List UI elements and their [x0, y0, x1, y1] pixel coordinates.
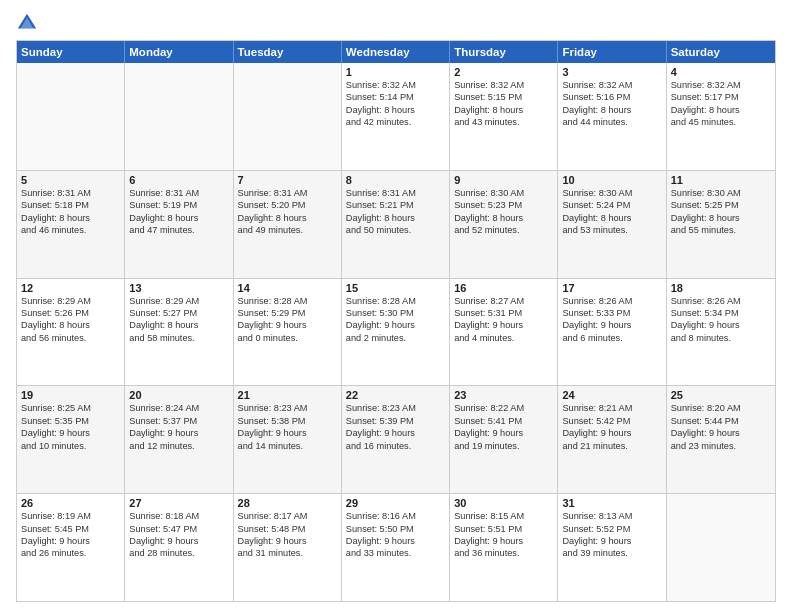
cal-cell-8: 8Sunrise: 8:31 AMSunset: 5:21 PMDaylight… — [342, 171, 450, 278]
cal-week-3: 12Sunrise: 8:29 AMSunset: 5:26 PMDayligh… — [17, 279, 775, 387]
day-number: 5 — [21, 174, 120, 186]
cal-cell-20: 20Sunrise: 8:24 AMSunset: 5:37 PMDayligh… — [125, 386, 233, 493]
cell-info: Sunrise: 8:18 AMSunset: 5:47 PMDaylight:… — [129, 510, 228, 560]
cell-info: Sunrise: 8:31 AMSunset: 5:19 PMDaylight:… — [129, 187, 228, 237]
day-number: 23 — [454, 389, 553, 401]
cell-info: Sunrise: 8:28 AMSunset: 5:30 PMDaylight:… — [346, 295, 445, 345]
day-number: 4 — [671, 66, 771, 78]
cal-cell-25: 25Sunrise: 8:20 AMSunset: 5:44 PMDayligh… — [667, 386, 775, 493]
day-number: 15 — [346, 282, 445, 294]
day-number: 31 — [562, 497, 661, 509]
cal-cell-30: 30Sunrise: 8:15 AMSunset: 5:51 PMDayligh… — [450, 494, 558, 601]
cell-info: Sunrise: 8:21 AMSunset: 5:42 PMDaylight:… — [562, 402, 661, 452]
calendar-header: SundayMondayTuesdayWednesdayThursdayFrid… — [17, 41, 775, 63]
cell-info: Sunrise: 8:29 AMSunset: 5:26 PMDaylight:… — [21, 295, 120, 345]
cell-info: Sunrise: 8:31 AMSunset: 5:21 PMDaylight:… — [346, 187, 445, 237]
cell-info: Sunrise: 8:31 AMSunset: 5:20 PMDaylight:… — [238, 187, 337, 237]
day-number: 26 — [21, 497, 120, 509]
day-number: 2 — [454, 66, 553, 78]
cell-info: Sunrise: 8:24 AMSunset: 5:37 PMDaylight:… — [129, 402, 228, 452]
cal-cell-31: 31Sunrise: 8:13 AMSunset: 5:52 PMDayligh… — [558, 494, 666, 601]
day-number: 20 — [129, 389, 228, 401]
cal-cell-10: 10Sunrise: 8:30 AMSunset: 5:24 PMDayligh… — [558, 171, 666, 278]
cal-cell-26: 26Sunrise: 8:19 AMSunset: 5:45 PMDayligh… — [17, 494, 125, 601]
cell-info: Sunrise: 8:32 AMSunset: 5:17 PMDaylight:… — [671, 79, 771, 129]
cal-cell-15: 15Sunrise: 8:28 AMSunset: 5:30 PMDayligh… — [342, 279, 450, 386]
cell-info: Sunrise: 8:32 AMSunset: 5:14 PMDaylight:… — [346, 79, 445, 129]
day-number: 27 — [129, 497, 228, 509]
day-number: 17 — [562, 282, 661, 294]
calendar-body: 1Sunrise: 8:32 AMSunset: 5:14 PMDaylight… — [17, 63, 775, 601]
cal-cell-27: 27Sunrise: 8:18 AMSunset: 5:47 PMDayligh… — [125, 494, 233, 601]
day-number: 1 — [346, 66, 445, 78]
cell-info: Sunrise: 8:17 AMSunset: 5:48 PMDaylight:… — [238, 510, 337, 560]
cal-cell-17: 17Sunrise: 8:26 AMSunset: 5:33 PMDayligh… — [558, 279, 666, 386]
cell-info: Sunrise: 8:31 AMSunset: 5:18 PMDaylight:… — [21, 187, 120, 237]
cal-header-saturday: Saturday — [667, 41, 775, 63]
cal-cell-11: 11Sunrise: 8:30 AMSunset: 5:25 PMDayligh… — [667, 171, 775, 278]
cal-header-monday: Monday — [125, 41, 233, 63]
day-number: 3 — [562, 66, 661, 78]
cal-cell-12: 12Sunrise: 8:29 AMSunset: 5:26 PMDayligh… — [17, 279, 125, 386]
cal-cell-6: 6Sunrise: 8:31 AMSunset: 5:19 PMDaylight… — [125, 171, 233, 278]
cal-week-5: 26Sunrise: 8:19 AMSunset: 5:45 PMDayligh… — [17, 494, 775, 601]
cal-cell-empty-0-0 — [17, 63, 125, 170]
day-number: 14 — [238, 282, 337, 294]
day-number: 13 — [129, 282, 228, 294]
cell-info: Sunrise: 8:27 AMSunset: 5:31 PMDaylight:… — [454, 295, 553, 345]
day-number: 21 — [238, 389, 337, 401]
cell-info: Sunrise: 8:23 AMSunset: 5:38 PMDaylight:… — [238, 402, 337, 452]
cal-week-4: 19Sunrise: 8:25 AMSunset: 5:35 PMDayligh… — [17, 386, 775, 494]
cell-info: Sunrise: 8:29 AMSunset: 5:27 PMDaylight:… — [129, 295, 228, 345]
cal-cell-16: 16Sunrise: 8:27 AMSunset: 5:31 PMDayligh… — [450, 279, 558, 386]
day-number: 30 — [454, 497, 553, 509]
cell-info: Sunrise: 8:23 AMSunset: 5:39 PMDaylight:… — [346, 402, 445, 452]
cal-header-wednesday: Wednesday — [342, 41, 450, 63]
page: SundayMondayTuesdayWednesdayThursdayFrid… — [0, 0, 792, 612]
calendar: SundayMondayTuesdayWednesdayThursdayFrid… — [16, 40, 776, 602]
cell-info: Sunrise: 8:16 AMSunset: 5:50 PMDaylight:… — [346, 510, 445, 560]
cal-header-friday: Friday — [558, 41, 666, 63]
day-number: 16 — [454, 282, 553, 294]
cell-info: Sunrise: 8:22 AMSunset: 5:41 PMDaylight:… — [454, 402, 553, 452]
cal-header-tuesday: Tuesday — [234, 41, 342, 63]
cal-cell-24: 24Sunrise: 8:21 AMSunset: 5:42 PMDayligh… — [558, 386, 666, 493]
cell-info: Sunrise: 8:26 AMSunset: 5:34 PMDaylight:… — [671, 295, 771, 345]
cal-header-sunday: Sunday — [17, 41, 125, 63]
cell-info: Sunrise: 8:25 AMSunset: 5:35 PMDaylight:… — [21, 402, 120, 452]
day-number: 10 — [562, 174, 661, 186]
day-number: 19 — [21, 389, 120, 401]
cal-cell-3: 3Sunrise: 8:32 AMSunset: 5:16 PMDaylight… — [558, 63, 666, 170]
cal-cell-2: 2Sunrise: 8:32 AMSunset: 5:15 PMDaylight… — [450, 63, 558, 170]
day-number: 11 — [671, 174, 771, 186]
day-number: 22 — [346, 389, 445, 401]
cal-cell-23: 23Sunrise: 8:22 AMSunset: 5:41 PMDayligh… — [450, 386, 558, 493]
cell-info: Sunrise: 8:19 AMSunset: 5:45 PMDaylight:… — [21, 510, 120, 560]
cal-cell-5: 5Sunrise: 8:31 AMSunset: 5:18 PMDaylight… — [17, 171, 125, 278]
day-number: 25 — [671, 389, 771, 401]
cal-week-2: 5Sunrise: 8:31 AMSunset: 5:18 PMDaylight… — [17, 171, 775, 279]
cal-cell-21: 21Sunrise: 8:23 AMSunset: 5:38 PMDayligh… — [234, 386, 342, 493]
day-number: 8 — [346, 174, 445, 186]
cal-week-1: 1Sunrise: 8:32 AMSunset: 5:14 PMDaylight… — [17, 63, 775, 171]
cell-info: Sunrise: 8:28 AMSunset: 5:29 PMDaylight:… — [238, 295, 337, 345]
cell-info: Sunrise: 8:32 AMSunset: 5:16 PMDaylight:… — [562, 79, 661, 129]
day-number: 6 — [129, 174, 228, 186]
cal-cell-13: 13Sunrise: 8:29 AMSunset: 5:27 PMDayligh… — [125, 279, 233, 386]
cal-cell-empty-0-2 — [234, 63, 342, 170]
cal-header-thursday: Thursday — [450, 41, 558, 63]
cal-cell-9: 9Sunrise: 8:30 AMSunset: 5:23 PMDaylight… — [450, 171, 558, 278]
cal-cell-4: 4Sunrise: 8:32 AMSunset: 5:17 PMDaylight… — [667, 63, 775, 170]
day-number: 7 — [238, 174, 337, 186]
cell-info: Sunrise: 8:32 AMSunset: 5:15 PMDaylight:… — [454, 79, 553, 129]
cal-cell-29: 29Sunrise: 8:16 AMSunset: 5:50 PMDayligh… — [342, 494, 450, 601]
cal-cell-22: 22Sunrise: 8:23 AMSunset: 5:39 PMDayligh… — [342, 386, 450, 493]
cell-info: Sunrise: 8:30 AMSunset: 5:25 PMDaylight:… — [671, 187, 771, 237]
cell-info: Sunrise: 8:20 AMSunset: 5:44 PMDaylight:… — [671, 402, 771, 452]
cell-info: Sunrise: 8:13 AMSunset: 5:52 PMDaylight:… — [562, 510, 661, 560]
logo — [16, 12, 40, 34]
cal-cell-1: 1Sunrise: 8:32 AMSunset: 5:14 PMDaylight… — [342, 63, 450, 170]
cal-cell-empty-4-6 — [667, 494, 775, 601]
cal-cell-28: 28Sunrise: 8:17 AMSunset: 5:48 PMDayligh… — [234, 494, 342, 601]
cal-cell-7: 7Sunrise: 8:31 AMSunset: 5:20 PMDaylight… — [234, 171, 342, 278]
